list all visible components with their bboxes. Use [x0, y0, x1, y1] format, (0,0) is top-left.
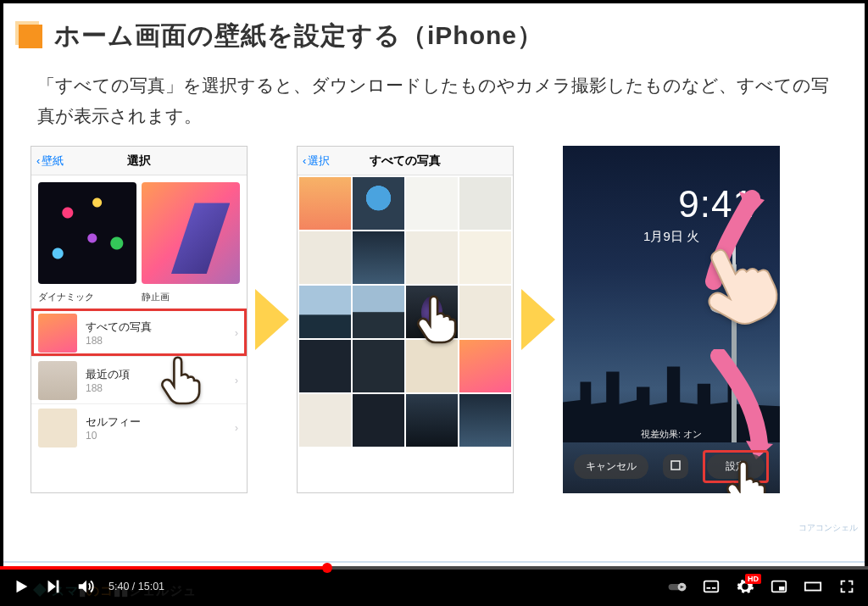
play-button[interactable] — [12, 577, 31, 596]
theater-mode-button[interactable] — [804, 577, 822, 596]
iphone-screen-wallpaper-preview: 9:41 1月9日 火 視差効果: オン キャンセル — [563, 146, 780, 493]
settings-button[interactable]: HD — [736, 577, 754, 596]
volume-button[interactable] — [76, 577, 95, 596]
photo-thumb[interactable] — [406, 286, 458, 338]
photo-thumb[interactable] — [459, 340, 511, 392]
progress-scrubber[interactable] — [322, 563, 332, 573]
parallax-label: 視差効果: オン — [563, 428, 780, 441]
svg-rect-15 — [712, 587, 716, 588]
chevron-left-icon: ‹ — [303, 154, 306, 167]
wallpaper-dynamic-thumb[interactable] — [38, 182, 136, 284]
album-recent[interactable]: 最近の項 188 › — [31, 356, 247, 403]
photo-thumb[interactable] — [406, 340, 458, 392]
photo-thumb[interactable] — [353, 394, 404, 447]
tutorial-slide: ホーム画面の壁紙を設定する（iPhone） 「すべての写真」を選択すると、ダウン… — [3, 3, 865, 566]
svg-rect-4 — [671, 461, 680, 470]
subtitles-button[interactable] — [702, 577, 721, 596]
arrow-right-icon — [249, 286, 295, 353]
photo-thumb[interactable] — [459, 286, 511, 338]
set-button[interactable]: 設定 — [707, 454, 765, 479]
perspective-toggle-button[interactable] — [663, 454, 688, 479]
svg-rect-14 — [707, 587, 711, 588]
progress-track[interactable] — [0, 566, 868, 570]
lock-time: 9:41 — [678, 183, 754, 225]
nav-back-select[interactable]: ‹ 選択 — [298, 153, 330, 169]
svg-marker-1 — [521, 289, 555, 350]
photo-thumb[interactable] — [299, 394, 351, 447]
chevron-right-icon: › — [235, 422, 238, 434]
album-thumb-icon — [38, 361, 77, 400]
arrow-right-icon — [515, 286, 561, 353]
fullscreen-button[interactable] — [837, 577, 856, 596]
next-button[interactable] — [44, 577, 63, 596]
title-bullet-icon — [19, 25, 42, 48]
photo-thumb[interactable] — [353, 340, 404, 392]
svg-rect-8 — [57, 580, 59, 592]
photo-thumb[interactable] — [406, 231, 458, 284]
svg-rect-13 — [704, 581, 719, 592]
photo-thumb[interactable] — [459, 394, 511, 447]
slide-title: ホーム画面の壁紙を設定する（iPhone） — [54, 19, 543, 53]
video-player-bar: 5:40 / 15:01 HD — [0, 566, 868, 606]
watermark-text: コアコンシェル — [798, 522, 858, 534]
svg-rect-17 — [779, 587, 784, 591]
iphone-screen-photo-grid: ‹ 選択 すべての写真 — [297, 146, 514, 493]
photo-thumb[interactable] — [353, 286, 404, 338]
svg-marker-7 — [48, 580, 56, 592]
photo-thumb[interactable] — [459, 177, 511, 230]
label-dynamic: ダイナミック — [38, 291, 136, 303]
svg-rect-18 — [805, 582, 821, 590]
photo-thumb[interactable] — [299, 286, 351, 338]
photo-thumb[interactable] — [299, 177, 351, 230]
photo-thumb[interactable] — [353, 177, 404, 230]
photo-thumb[interactable] — [299, 231, 351, 284]
album-all-photos[interactable]: すべての写真 188 › — [31, 309, 247, 356]
time-display: 5:40 / 15:01 — [108, 581, 164, 592]
label-static: 静止画 — [142, 291, 240, 303]
pinch-hand-icon — [687, 227, 780, 354]
slide-description: 「すべての写真」を選択すると、ダウンロードしたものやカメラ撮影したものなど、すべ… — [3, 62, 865, 146]
chevron-left-icon: ‹ — [36, 154, 40, 167]
photo-thumb[interactable] — [406, 394, 458, 447]
wallpaper-static-thumb[interactable] — [142, 182, 240, 284]
album-thumb-icon — [38, 314, 77, 353]
nav-back-wallpaper[interactable]: ‹ 壁紙 — [31, 153, 64, 169]
album-thumb-icon — [38, 409, 77, 448]
set-button-highlight: 設定 — [703, 450, 769, 483]
photo-thumb[interactable] — [406, 177, 458, 230]
chevron-right-icon: › — [235, 327, 238, 339]
svg-marker-0 — [255, 289, 289, 350]
cancel-button[interactable]: キャンセル — [574, 454, 648, 479]
hd-badge: HD — [745, 574, 761, 584]
svg-marker-9 — [79, 580, 86, 592]
progress-fill — [0, 566, 327, 570]
miniplayer-button[interactable] — [770, 577, 788, 596]
photo-thumb[interactable] — [459, 231, 511, 284]
photo-thumb[interactable] — [299, 340, 351, 392]
photo-thumb[interactable] — [353, 231, 404, 284]
chevron-right-icon: › — [235, 375, 238, 386]
iphone-screen-select-album: ‹ 壁紙 選択 ダイナミック 静止画 すべての写真 — [31, 146, 248, 493]
slide-footer-rule — [3, 561, 865, 563]
autoplay-toggle[interactable] — [668, 577, 687, 596]
svg-marker-6 — [17, 580, 28, 592]
album-selfie[interactable]: セルフィー 10 › — [31, 403, 247, 451]
